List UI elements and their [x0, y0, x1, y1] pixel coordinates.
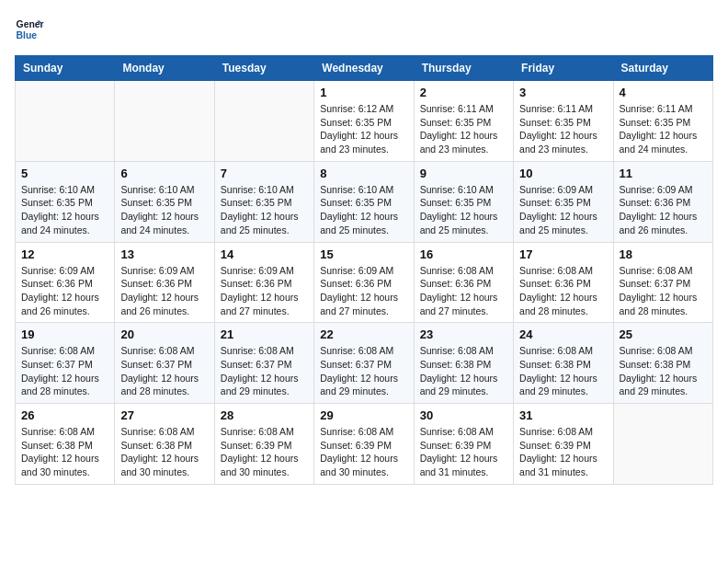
- day-number: 27: [120, 408, 208, 422]
- day-number: 7: [221, 167, 308, 180]
- day-info: Sunrise: 6:10 AM Sunset: 6:35 PM Dayligh…: [420, 183, 507, 237]
- calendar-cell: 2Sunrise: 6:11 AM Sunset: 6:35 PM Daylig…: [414, 81, 513, 162]
- weekday-header: Friday: [514, 56, 613, 81]
- calendar-cell: 7Sunrise: 6:10 AM Sunset: 6:35 PM Daylig…: [214, 161, 313, 242]
- day-info: Sunrise: 6:08 AM Sunset: 6:39 PM Dayligh…: [320, 425, 407, 479]
- day-info: Sunrise: 6:08 AM Sunset: 6:38 PM Dayligh…: [420, 344, 507, 398]
- day-number: 30: [420, 408, 507, 422]
- calendar-cell: 27Sunrise: 6:08 AM Sunset: 6:38 PM Dayli…: [115, 404, 214, 485]
- calendar-cell: 25Sunrise: 6:08 AM Sunset: 6:38 PM Dayli…: [613, 323, 712, 404]
- day-info: Sunrise: 6:08 AM Sunset: 6:39 PM Dayligh…: [221, 425, 308, 479]
- day-number: 21: [221, 327, 308, 341]
- weekday-header: Saturday: [613, 56, 712, 81]
- day-number: 20: [120, 327, 208, 341]
- day-info: Sunrise: 6:08 AM Sunset: 6:36 PM Dayligh…: [519, 264, 607, 318]
- calendar: SundayMondayTuesdayWednesdayThursdayFrid…: [15, 55, 713, 485]
- calendar-cell: 11Sunrise: 6:09 AM Sunset: 6:36 PM Dayli…: [613, 161, 712, 242]
- calendar-cell: 9Sunrise: 6:10 AM Sunset: 6:35 PM Daylig…: [414, 161, 513, 242]
- day-number: 4: [620, 86, 707, 99]
- calendar-cell: 16Sunrise: 6:08 AM Sunset: 6:36 PM Dayli…: [414, 242, 513, 323]
- day-info: Sunrise: 6:08 AM Sunset: 6:37 PM Dayligh…: [320, 344, 407, 398]
- calendar-week-row: 5Sunrise: 6:10 AM Sunset: 6:35 PM Daylig…: [16, 161, 713, 242]
- calendar-cell: 21Sunrise: 6:08 AM Sunset: 6:37 PM Dayli…: [214, 323, 313, 404]
- day-number: 16: [420, 247, 507, 261]
- day-info: Sunrise: 6:09 AM Sunset: 6:36 PM Dayligh…: [221, 264, 308, 318]
- day-info: Sunrise: 6:09 AM Sunset: 6:36 PM Dayligh…: [120, 264, 208, 318]
- day-number: 15: [320, 247, 407, 261]
- weekday-header: Wednesday: [314, 56, 414, 81]
- calendar-cell: 23Sunrise: 6:08 AM Sunset: 6:38 PM Dayli…: [414, 323, 513, 404]
- calendar-cell: 30Sunrise: 6:08 AM Sunset: 6:39 PM Dayli…: [414, 404, 513, 485]
- calendar-cell: 31Sunrise: 6:08 AM Sunset: 6:39 PM Dayli…: [514, 404, 613, 485]
- day-info: Sunrise: 6:08 AM Sunset: 6:37 PM Dayligh…: [221, 344, 308, 398]
- day-info: Sunrise: 6:10 AM Sunset: 6:35 PM Dayligh…: [120, 183, 208, 237]
- calendar-week-row: 19Sunrise: 6:08 AM Sunset: 6:37 PM Dayli…: [16, 323, 713, 404]
- calendar-cell: 8Sunrise: 6:10 AM Sunset: 6:35 PM Daylig…: [314, 161, 414, 242]
- day-info: Sunrise: 6:11 AM Sunset: 6:35 PM Dayligh…: [519, 102, 607, 156]
- calendar-body: 1Sunrise: 6:12 AM Sunset: 6:35 PM Daylig…: [16, 81, 713, 485]
- svg-text:Blue: Blue: [17, 30, 38, 40]
- page-header: General Blue: [15, 15, 713, 44]
- day-number: 29: [320, 408, 407, 422]
- day-number: 1: [320, 86, 407, 99]
- calendar-cell: 12Sunrise: 6:09 AM Sunset: 6:36 PM Dayli…: [16, 242, 115, 323]
- calendar-cell: 4Sunrise: 6:11 AM Sunset: 6:35 PM Daylig…: [613, 81, 712, 162]
- day-info: Sunrise: 6:11 AM Sunset: 6:35 PM Dayligh…: [620, 102, 707, 156]
- calendar-cell: [115, 81, 214, 162]
- calendar-cell: 1Sunrise: 6:12 AM Sunset: 6:35 PM Daylig…: [314, 81, 414, 162]
- calendar-cell: 24Sunrise: 6:08 AM Sunset: 6:38 PM Dayli…: [514, 323, 613, 404]
- weekday-header: Tuesday: [214, 56, 313, 81]
- day-info: Sunrise: 6:10 AM Sunset: 6:35 PM Dayligh…: [221, 183, 308, 237]
- day-info: Sunrise: 6:09 AM Sunset: 6:35 PM Dayligh…: [519, 183, 607, 237]
- day-info: Sunrise: 6:08 AM Sunset: 6:37 PM Dayligh…: [21, 344, 108, 398]
- day-number: 26: [21, 408, 108, 422]
- weekday-header: Thursday: [414, 56, 513, 81]
- day-number: 23: [420, 327, 507, 341]
- day-info: Sunrise: 6:08 AM Sunset: 6:38 PM Dayligh…: [21, 425, 108, 479]
- weekday-header: Monday: [115, 56, 214, 81]
- day-number: 13: [120, 247, 208, 261]
- calendar-cell: 6Sunrise: 6:10 AM Sunset: 6:35 PM Daylig…: [115, 161, 214, 242]
- calendar-cell: 5Sunrise: 6:10 AM Sunset: 6:35 PM Daylig…: [16, 161, 115, 242]
- calendar-cell: [214, 81, 313, 162]
- day-number: 8: [320, 167, 407, 180]
- day-info: Sunrise: 6:12 AM Sunset: 6:35 PM Dayligh…: [320, 102, 407, 156]
- day-number: 24: [519, 327, 607, 341]
- calendar-cell: 19Sunrise: 6:08 AM Sunset: 6:37 PM Dayli…: [16, 323, 115, 404]
- day-info: Sunrise: 6:08 AM Sunset: 6:39 PM Dayligh…: [519, 425, 607, 479]
- calendar-cell: 10Sunrise: 6:09 AM Sunset: 6:35 PM Dayli…: [514, 161, 613, 242]
- calendar-week-row: 12Sunrise: 6:09 AM Sunset: 6:36 PM Dayli…: [16, 242, 713, 323]
- calendar-cell: 13Sunrise: 6:09 AM Sunset: 6:36 PM Dayli…: [115, 242, 214, 323]
- day-number: 2: [420, 86, 507, 99]
- calendar-week-row: 1Sunrise: 6:12 AM Sunset: 6:35 PM Daylig…: [16, 81, 713, 162]
- day-number: 3: [519, 86, 607, 99]
- weekday-header: Sunday: [16, 56, 115, 81]
- calendar-cell: 3Sunrise: 6:11 AM Sunset: 6:35 PM Daylig…: [514, 81, 613, 162]
- day-info: Sunrise: 6:09 AM Sunset: 6:36 PM Dayligh…: [320, 264, 407, 318]
- day-number: 11: [620, 167, 707, 180]
- day-info: Sunrise: 6:11 AM Sunset: 6:35 PM Dayligh…: [420, 102, 507, 156]
- day-info: Sunrise: 6:10 AM Sunset: 6:35 PM Dayligh…: [320, 183, 407, 237]
- calendar-cell: 14Sunrise: 6:09 AM Sunset: 6:36 PM Dayli…: [214, 242, 313, 323]
- day-number: 19: [21, 327, 108, 341]
- day-info: Sunrise: 6:08 AM Sunset: 6:38 PM Dayligh…: [120, 425, 208, 479]
- day-info: Sunrise: 6:08 AM Sunset: 6:36 PM Dayligh…: [420, 264, 507, 318]
- day-number: 28: [221, 408, 308, 422]
- day-number: 12: [21, 247, 108, 261]
- calendar-cell: 26Sunrise: 6:08 AM Sunset: 6:38 PM Dayli…: [16, 404, 115, 485]
- day-info: Sunrise: 6:08 AM Sunset: 6:38 PM Dayligh…: [519, 344, 607, 398]
- day-number: 25: [620, 327, 707, 341]
- calendar-cell: 28Sunrise: 6:08 AM Sunset: 6:39 PM Dayli…: [214, 404, 313, 485]
- day-number: 10: [519, 167, 607, 180]
- calendar-cell: [16, 81, 115, 162]
- calendar-week-row: 26Sunrise: 6:08 AM Sunset: 6:38 PM Dayli…: [16, 404, 713, 485]
- day-info: Sunrise: 6:10 AM Sunset: 6:35 PM Dayligh…: [21, 183, 108, 237]
- calendar-cell: 20Sunrise: 6:08 AM Sunset: 6:37 PM Dayli…: [115, 323, 214, 404]
- day-number: 5: [21, 167, 108, 180]
- calendar-cell: 15Sunrise: 6:09 AM Sunset: 6:36 PM Dayli…: [314, 242, 414, 323]
- logo: General Blue: [15, 15, 48, 44]
- day-info: Sunrise: 6:08 AM Sunset: 6:39 PM Dayligh…: [420, 425, 507, 479]
- calendar-cell: [613, 404, 712, 485]
- day-number: 22: [320, 327, 407, 341]
- day-info: Sunrise: 6:08 AM Sunset: 6:37 PM Dayligh…: [620, 264, 707, 318]
